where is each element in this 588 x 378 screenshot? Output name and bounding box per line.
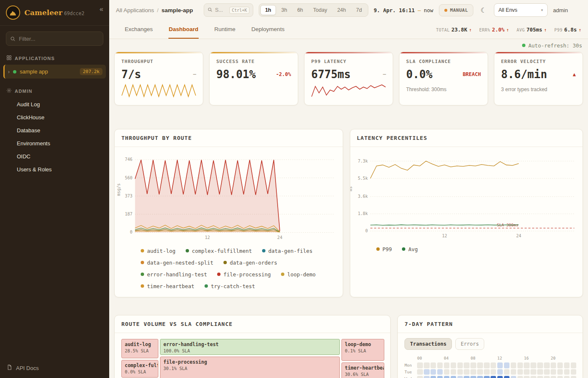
heatmap-cell[interactable]	[544, 362, 549, 368]
heatmap-cell[interactable]	[571, 376, 576, 378]
search-input[interactable]	[215, 7, 227, 13]
heatmap-cell[interactable]	[457, 362, 463, 368]
heatmap-cell[interactable]	[437, 369, 443, 375]
heatmap-cell[interactable]	[484, 362, 489, 368]
sidebar-item-users-roles[interactable]: Users & Roles	[0, 163, 109, 176]
sidebar-item-sample-app[interactable]: › sample app 207.2k	[3, 65, 106, 79]
legend-item-data-gen-orders[interactable]: data-gen-orders	[223, 260, 277, 266]
range-button-3h[interactable]: 3h	[277, 5, 292, 15]
heatmap-cell[interactable]	[557, 376, 563, 378]
sidebar-collapse-button[interactable]: «	[100, 5, 103, 13]
heatmap-cell[interactable]	[477, 362, 483, 368]
heatmap-cell[interactable]	[537, 376, 543, 378]
heatmap-cell[interactable]	[524, 369, 529, 375]
heatmap-cell[interactable]	[571, 362, 576, 368]
heatmap-cell[interactable]	[504, 376, 509, 378]
treemap-cell-audit-log[interactable]: audit-log28.5% SLA	[121, 339, 158, 358]
heatmap-cell[interactable]	[484, 376, 489, 378]
range-button-1h[interactable]: 1h	[260, 5, 276, 15]
legend-item-file-processing[interactable]: file-processing	[217, 271, 271, 278]
tab-exchanges[interactable]: Exchanges	[124, 20, 153, 39]
heatmap-cell[interactable]	[451, 376, 456, 378]
heatmap-cell[interactable]	[430, 362, 436, 368]
manual-refresh-button[interactable]: MANUAL	[439, 4, 474, 16]
treemap-cell-error-handling-test[interactable]: error-handling-test100.0% SLA	[160, 339, 340, 355]
heatmap-cell[interactable]	[430, 376, 436, 378]
breadcrumb-all-applications[interactable]: All Applications	[116, 7, 154, 13]
global-search[interactable]: Ctrl+K	[204, 3, 253, 17]
heatmap-cell[interactable]	[477, 376, 483, 378]
heatmap-cell[interactable]	[530, 376, 536, 378]
dark-mode-toggle[interactable]: ☾	[479, 5, 488, 15]
range-button-24h[interactable]: 24h	[333, 5, 351, 15]
tab-deployments[interactable]: Deployments	[251, 20, 285, 39]
legend-item-data-gen-nested-split[interactable]: data-gen-nested-split	[141, 260, 213, 266]
heatmap-cell[interactable]	[417, 369, 423, 375]
heatmap-cell[interactable]	[524, 362, 529, 368]
range-button-today[interactable]: Today	[309, 5, 332, 15]
heatmap-cell[interactable]	[477, 369, 483, 375]
heatmap-cell[interactable]	[544, 369, 549, 375]
heatmap-cell[interactable]	[464, 362, 469, 368]
heatmap-cell[interactable]	[437, 376, 443, 378]
heatmap-cell[interactable]	[457, 369, 463, 375]
env-select[interactable]: All Envs ▾	[494, 3, 548, 17]
heatmap-cell[interactable]	[517, 376, 523, 378]
tab-runtime[interactable]: Runtime	[214, 20, 236, 39]
heatmap-cell[interactable]	[464, 369, 469, 375]
sidebar-item-clickhouse[interactable]: ClickHouse	[0, 111, 109, 123]
heatmap-cell[interactable]	[511, 369, 516, 375]
range-button-7d[interactable]: 7d	[352, 5, 367, 15]
user-menu[interactable]: admin	[553, 7, 568, 13]
heatmap-cell[interactable]	[470, 369, 476, 375]
heatmap-cell[interactable]	[557, 369, 563, 375]
heatmap-cell[interactable]	[424, 376, 429, 378]
heatmap-cell[interactable]	[551, 376, 556, 378]
heatmap-cell[interactable]	[451, 362, 456, 368]
legend-item-loop-demo[interactable]: loop-demo	[281, 271, 316, 278]
sidebar-item-audit-log[interactable]: Audit Log	[0, 98, 109, 110]
heatmap-cell[interactable]	[457, 376, 463, 378]
legend-item-error-handling-test[interactable]: error-handling-test	[141, 271, 207, 278]
heatmap-cell[interactable]	[504, 369, 509, 375]
legend-item-data-gen-files[interactable]: data-gen-files	[262, 248, 312, 254]
heatmap-cell[interactable]	[564, 376, 570, 378]
heatmap-cell[interactable]	[491, 369, 496, 375]
treemap-cell-complex-fulfil[interactable]: complex-fulfil…0.0% SLA	[121, 360, 158, 378]
heatmap-cell[interactable]	[544, 376, 549, 378]
heatmap-cell[interactable]	[497, 369, 503, 375]
heatmap-cell[interactable]	[537, 362, 543, 368]
heatmap-cell[interactable]	[470, 362, 476, 368]
heatmap-cell[interactable]	[524, 376, 529, 378]
heatmap-cell[interactable]	[511, 376, 516, 378]
treemap-cell-file-processing[interactable]: file-processing30.1% SLA	[160, 357, 340, 378]
sidebar-item-api-docs[interactable]: API Docs	[0, 358, 109, 378]
legend-item-p99[interactable]: P99	[376, 246, 392, 252]
heatmap-cell[interactable]	[564, 362, 570, 368]
heatmap-cell[interactable]	[530, 369, 536, 375]
tab-dashboard[interactable]: Dashboard	[168, 20, 199, 39]
heatmap-cell[interactable]	[444, 376, 449, 378]
heatmap-cell[interactable]	[537, 369, 543, 375]
filter-input[interactable]	[6, 32, 103, 46]
heatmap-cell[interactable]	[444, 369, 449, 375]
legend-item-complex-fulfillment[interactable]: complex-fulfillment	[186, 248, 252, 254]
toggle-errors[interactable]: Errors	[455, 338, 484, 350]
heatmap-cell[interactable]	[557, 362, 563, 368]
heatmap-cell[interactable]	[444, 362, 449, 368]
legend-item-avg[interactable]: Avg	[402, 246, 418, 252]
legend-item-audit-log[interactable]: audit-log	[141, 248, 176, 254]
heatmap-cell[interactable]	[451, 369, 456, 375]
treemap-cell-loop-demo[interactable]: loop-demo0.1% SLA	[341, 339, 384, 361]
legend-item-timer-heartbeat[interactable]: timer-heartbeat	[141, 283, 194, 289]
heatmap-cell[interactable]	[551, 362, 556, 368]
date-range-picker[interactable]: 9. Apr. 16:11 — now	[374, 7, 433, 13]
legend-item-try-catch-test[interactable]: try-catch-test	[205, 283, 255, 289]
heatmap-cell[interactable]	[497, 376, 503, 378]
heatmap-cell[interactable]	[470, 376, 476, 378]
sidebar-item-environments[interactable]: Environments	[0, 137, 109, 150]
heatmap-cell[interactable]	[437, 362, 443, 368]
heatmap-cell[interactable]	[491, 376, 496, 378]
heatmap-cell[interactable]	[484, 369, 489, 375]
heatmap-cell[interactable]	[517, 362, 523, 368]
